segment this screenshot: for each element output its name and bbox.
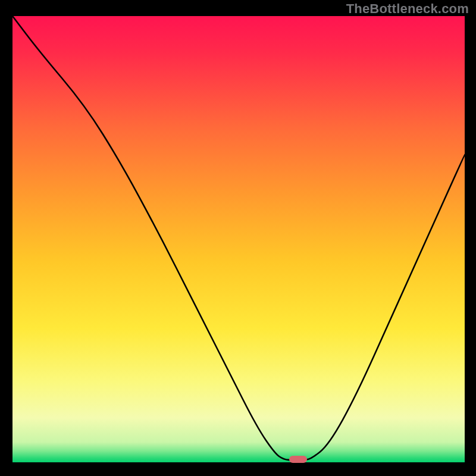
- plot-background: [12, 16, 465, 462]
- watermark: TheBottleneck.com: [346, 1, 469, 17]
- bottleneck-plot: [0, 0, 476, 476]
- chart-container: TheBottleneck.com: [0, 0, 476, 476]
- optimal-marker: [289, 456, 307, 463]
